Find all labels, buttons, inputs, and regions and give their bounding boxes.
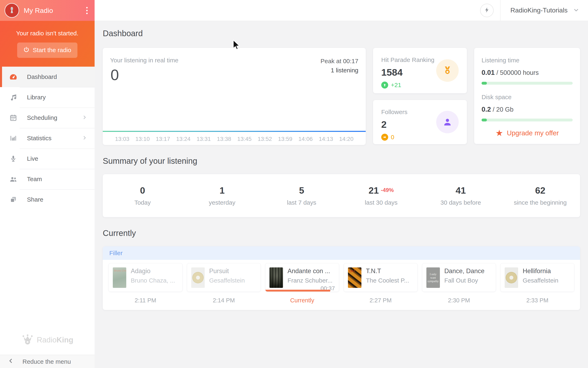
stat-value: 21	[369, 185, 379, 196]
album-art-text: I only want sympathy	[426, 273, 440, 283]
main-content: Dashboard Your listening in real time 0 …	[95, 21, 588, 368]
upgrade-offer-label: Upgrade my offer	[507, 129, 559, 137]
chevron-right-icon	[81, 114, 88, 121]
track-time: 2:11 PM	[108, 297, 182, 304]
sidebar-item-dashboard[interactable]: Dashboard	[0, 67, 95, 87]
arrow-up-circle-icon	[381, 82, 388, 89]
sidebar-item-team[interactable]: Team	[0, 169, 95, 189]
track-card[interactable]: T.N.T T.N.T The Coolest P...	[344, 263, 418, 292]
listening-time-value: 0.01	[481, 69, 495, 76]
chevron-right-icon	[81, 135, 88, 142]
summary-card: 0 Today 1 yesterday 5 last 7 days 21-49%…	[103, 174, 580, 217]
sidebar-item-label: Dashboard	[27, 74, 88, 80]
summary-stat: 5 last 7 days	[262, 185, 341, 206]
x-tick: 13:38	[217, 136, 231, 142]
quick-actions-button[interactable]	[480, 4, 494, 17]
album-art: T.N.T	[348, 267, 361, 288]
sidebar-item-label: Live	[27, 155, 88, 162]
x-tick: 13:52	[258, 136, 272, 142]
hit-parade-card: Hit Parade Ranking 1584 +21	[373, 48, 467, 93]
gauge-icon	[9, 73, 18, 81]
track-card[interactable]: I only want sympathy Dance, Dance Fall O…	[422, 263, 496, 292]
start-radio-button[interactable]: Start the radio	[17, 43, 77, 58]
crown-play-icon	[21, 334, 34, 346]
track-time: Currently	[265, 297, 339, 304]
star-icon: ★	[495, 129, 503, 137]
album-art	[269, 267, 283, 288]
sidebar-nav: Dashboard Library Scheduling Statistics	[0, 67, 95, 210]
followers-change: 0	[391, 134, 394, 141]
track-item: Hellifornia Gesaffelstein 2:33 PM	[500, 263, 574, 304]
kebab-menu-icon[interactable]	[84, 5, 90, 16]
tracks-row: Bruno Chaza Adagio Bruno Chaza, ... 2:11…	[103, 260, 580, 304]
track-card[interactable]: Bruno Chaza Adagio Bruno Chaza, ...	[108, 263, 182, 292]
stat-value: 1	[219, 185, 224, 196]
stat-label: Today	[103, 199, 182, 206]
stat-change: -49%	[381, 187, 394, 193]
chevron-down-icon	[573, 7, 579, 14]
x-tick: 13:17	[156, 136, 170, 142]
currently-card: Filler Bruno Chaza Adagio Bruno Chaza, .…	[103, 246, 580, 310]
sidebar-item-scheduling[interactable]: Scheduling	[0, 108, 95, 128]
track-artist: The Coolest P...	[366, 277, 413, 284]
x-tick: 13:24	[176, 136, 190, 142]
disk-space-value: 0.2	[481, 105, 491, 113]
summary-stat: 1 yesterday	[182, 185, 262, 206]
stat-label: since the beginning	[500, 199, 580, 206]
vintage-microphone-icon	[8, 6, 16, 15]
logo-text-regular: Radio	[37, 336, 57, 344]
followers-card: Followers 2 0	[373, 100, 467, 144]
reduce-menu-button[interactable]: Reduce the menu	[0, 355, 95, 368]
chevron-left-icon	[8, 358, 14, 365]
share-icon	[9, 196, 18, 203]
currently-title: Currently	[103, 229, 580, 238]
stat-label: last 30 days	[341, 199, 421, 206]
album-art: I only want sympathy	[426, 267, 440, 288]
summary-stat: 62 since the beginning	[500, 185, 580, 206]
x-tick: 13:10	[135, 136, 150, 142]
radio-status-banner: Your radio isn't started. Start the radi…	[0, 21, 95, 67]
album-art: Bruno Chaza	[113, 267, 126, 288]
sidebar-item-live[interactable]: Live	[0, 148, 95, 169]
radioking-logo: RadioKing	[0, 334, 95, 346]
sidebar-item-library[interactable]: Library	[0, 87, 95, 108]
sidebar-item-label: Library	[27, 94, 88, 101]
x-tick: 14:13	[319, 136, 333, 142]
arrow-right-circle-icon	[381, 134, 388, 141]
playlist-category-bar[interactable]: Filler	[103, 246, 580, 260]
upgrade-offer-link[interactable]: ★ Upgrade my offer	[474, 129, 580, 137]
topbar: RadioKing-Tutorials	[95, 0, 588, 21]
radio-avatar[interactable]	[4, 3, 19, 18]
summary-stat: 41 30 days before	[421, 185, 500, 206]
hit-parade-change: +21	[391, 82, 401, 89]
account-name: RadioKing-Tutorials	[510, 7, 568, 14]
stat-value: 41	[456, 185, 466, 196]
sidebar-item-label: Share	[27, 196, 88, 203]
stat-label: last 7 days	[262, 199, 341, 206]
radio-name: My Radio	[24, 7, 80, 15]
track-card[interactable]: Andante con ... Franz Schuber... 00:37	[265, 263, 339, 292]
track-item: I only want sympathy Dance, Dance Fall O…	[422, 263, 496, 304]
account-dropdown[interactable]: RadioKing-Tutorials	[500, 0, 588, 21]
track-title: Hellifornia	[523, 267, 570, 275]
sidebar-item-label: Team	[27, 176, 88, 183]
peak-label: Peak at 00:17	[321, 56, 358, 66]
track-title: Andante con ...	[287, 267, 335, 275]
bar-chart-icon	[9, 134, 18, 142]
track-item: Bruno Chaza Adagio Bruno Chaza, ... 2:11…	[108, 263, 182, 304]
track-title: T.N.T	[366, 267, 413, 275]
track-card[interactable]: Hellifornia Gesaffelstein	[500, 263, 574, 292]
sidebar-item-statistics[interactable]: Statistics	[0, 128, 95, 148]
track-title: Dance, Dance	[444, 267, 492, 275]
stat-value: 62	[535, 185, 545, 196]
realtime-label: Your listening in real time	[110, 57, 178, 64]
track-card[interactable]: Pursuit Gesaffelstein	[187, 263, 261, 292]
x-tick: 13:31	[196, 136, 211, 142]
sidebar-item-label: Scheduling	[27, 114, 72, 121]
track-time: 2:30 PM	[422, 297, 496, 304]
summary-stat: 21-49% last 30 days	[341, 185, 421, 206]
album-art-text: Bruno Chaza	[114, 269, 126, 272]
sidebar-header: My Radio	[0, 0, 95, 21]
sidebar-item-share[interactable]: Share	[0, 189, 95, 210]
power-icon	[23, 46, 29, 54]
